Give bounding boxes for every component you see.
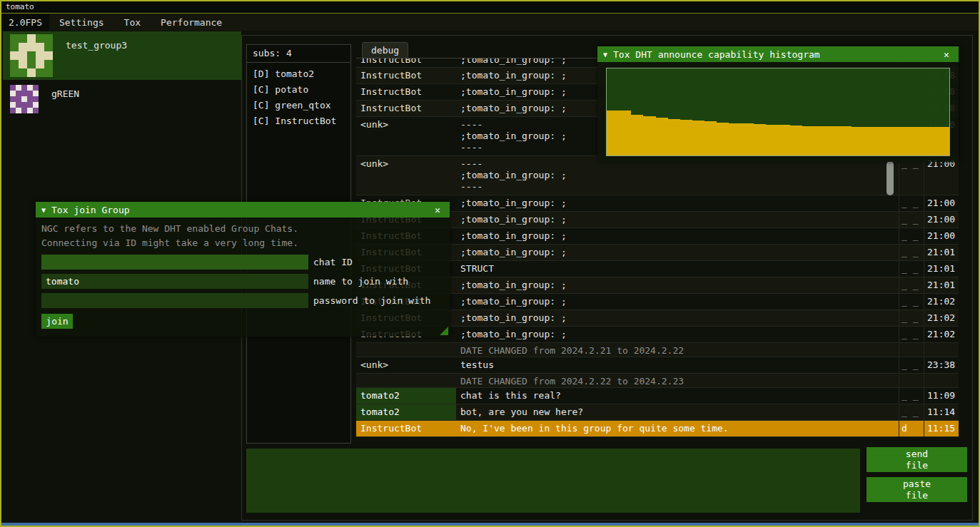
- message-flags: _ _: [899, 388, 924, 404]
- collapse-arrow-icon[interactable]: ▼: [603, 51, 607, 58]
- message-text: chat is this real?: [456, 388, 899, 404]
- message-text: bot, are you new here?: [456, 404, 899, 420]
- close-icon[interactable]: ✕: [940, 49, 953, 60]
- subs-member[interactable]: [C] InstructBot: [247, 113, 350, 129]
- message-text: ;tomato_in_group: ;: [456, 228, 899, 244]
- histogram-bar: [704, 121, 717, 155]
- message-flags: _ _: [899, 294, 924, 309]
- message-time: 23:38: [924, 357, 959, 373]
- join-name-row: name to join with: [41, 274, 444, 289]
- histogram-bar: [742, 123, 754, 155]
- join-password-label: password to join with: [313, 295, 430, 306]
- subs-member[interactable]: [C] green_qtox: [247, 98, 350, 113]
- subs-list: [D] tomato2[C] potato[C] green_qtox[C] I…: [247, 63, 350, 129]
- join-group-dialog: ▼ Tox join Group ✕ NGC refers to the New…: [36, 202, 450, 337]
- message-time: 11:15: [924, 421, 959, 436]
- chat-message-row[interactable]: tomato2chat is this real?_ _11:09: [356, 388, 959, 404]
- message-sender: <unk>: [356, 156, 456, 195]
- chat-message-row[interactable]: <unk>---- ;tomato_in_group: ; ----_ _21:…: [356, 156, 959, 195]
- message-time: 11:14: [924, 404, 959, 420]
- send-file-button[interactable]: send file: [867, 447, 967, 472]
- message-flags: _ _: [899, 245, 924, 260]
- app-window: tomato 2.0FPSSettingsToxPerformance test…: [0, 0, 980, 527]
- group-item-gREEN[interactable]: gREEN: [3, 80, 241, 128]
- message-text: ;tomato_in_group: ;: [456, 277, 899, 293]
- histogram-bar: [668, 119, 680, 155]
- histogram-bar: [913, 127, 925, 155]
- chat-id-input[interactable]: [41, 255, 308, 270]
- histogram-bar: [852, 127, 864, 155]
- message-flags: _ _: [899, 156, 924, 195]
- menu-item-tox[interactable]: Tox: [114, 14, 151, 31]
- group-avatar: [10, 85, 39, 113]
- message-text: ---- ;tomato_in_group: ; ----: [456, 156, 899, 195]
- histogram-bar: [692, 121, 704, 155]
- message-time: [924, 374, 959, 387]
- message-sender: tomato2: [356, 388, 456, 404]
- group-avatar: [10, 34, 53, 77]
- message-text: DATE CHANGED from 2024.2.22 to 2024.2.23: [456, 374, 899, 387]
- menu-item-settings[interactable]: Settings: [49, 14, 114, 31]
- message-flags: _ _: [899, 212, 924, 227]
- join-info-line: Connecting via ID might take a very long…: [41, 236, 444, 250]
- message-sender: InstructBot: [356, 101, 456, 116]
- chat-message-row[interactable]: tomato2bot, are you new here?_ _11:14: [356, 404, 959, 421]
- window-titlebar: tomato: [1, 1, 979, 14]
- chat-message-row[interactable]: <unk>testus_ _23:38: [356, 357, 959, 374]
- horizontal-scrollbar[interactable]: [1, 523, 979, 526]
- message-sender: [356, 343, 456, 357]
- dht-histogram-window: ▼ Tox DHT announce capability histogram …: [597, 46, 959, 162]
- message-text: ;tomato_in_group: ;: [456, 310, 899, 326]
- subs-member[interactable]: [C] potato: [247, 82, 350, 98]
- menu-item-performance[interactable]: Performance: [151, 14, 232, 31]
- histogram-bar: [790, 126, 802, 155]
- join-password-input[interactable]: [41, 293, 308, 308]
- date-separator-row[interactable]: DATE CHANGED from 2024.2.22 to 2024.2.23: [356, 374, 959, 388]
- message-flags: _ _: [899, 261, 924, 277]
- chat-message-row[interactable]: InstructBotNo, I've been in this group f…: [356, 421, 959, 437]
- collapse-arrow-icon[interactable]: ▼: [41, 206, 46, 214]
- menubar: 2.0FPSSettingsToxPerformance: [1, 14, 979, 31]
- message-time: 21:02: [924, 327, 959, 342]
- message-sender: <unk>: [356, 357, 456, 373]
- histogram-bar: [876, 127, 888, 155]
- histogram-bar: [680, 120, 692, 155]
- join-group-titlebar[interactable]: ▼ Tox join Group ✕: [36, 202, 450, 218]
- paste-file-button[interactable]: paste file: [867, 477, 967, 502]
- join-name-label: name to join with: [313, 276, 408, 287]
- histogram-bar: [643, 116, 655, 155]
- join-group-title: Tox join Group: [51, 205, 431, 215]
- histogram-bar: [766, 125, 778, 155]
- chat-scrollbar[interactable]: [886, 161, 894, 195]
- date-separator-row[interactable]: DATE CHANGED from 2024.2.21 to 2024.2.22: [356, 343, 959, 357]
- histogram-bar: [717, 123, 729, 155]
- histogram-bar: [656, 118, 668, 155]
- message-time: 21:01: [924, 245, 959, 260]
- message-time: [924, 343, 959, 357]
- message-flags: _ _: [899, 327, 924, 342]
- message-time: 21:02: [924, 294, 959, 309]
- histogram-bar: [900, 127, 912, 155]
- join-button[interactable]: join: [41, 314, 73, 329]
- subs-member[interactable]: [D] tomato2: [247, 66, 350, 82]
- chat-id-row: chat ID: [41, 255, 444, 270]
- message-time: 21:00: [924, 228, 959, 244]
- close-icon[interactable]: ✕: [431, 205, 444, 215]
- dht-histogram-titlebar[interactable]: ▼ Tox DHT announce capability histogram …: [597, 46, 959, 62]
- fps-indicator: 2.0FPS: [1, 14, 49, 31]
- message-input[interactable]: [246, 449, 860, 513]
- histogram-bar: [814, 126, 827, 155]
- message-text: ;tomato_in_group: ;: [456, 245, 899, 260]
- histogram-bar: [729, 123, 741, 155]
- message-flags: _ _: [899, 404, 924, 420]
- tab-debug[interactable]: debug: [362, 42, 408, 58]
- message-sender: InstructBot: [356, 68, 456, 83]
- message-text: testus: [456, 357, 899, 373]
- chat-id-label: chat ID: [313, 257, 353, 267]
- message-time: 21:01: [924, 261, 959, 277]
- message-flags: [899, 343, 924, 357]
- resize-grip[interactable]: [440, 327, 448, 335]
- join-group-body: NGC refers to the New DHT enabled Group …: [36, 218, 450, 333]
- group-item-test_group3[interactable]: test_group3: [3, 31, 241, 80]
- join-name-input[interactable]: [41, 274, 308, 289]
